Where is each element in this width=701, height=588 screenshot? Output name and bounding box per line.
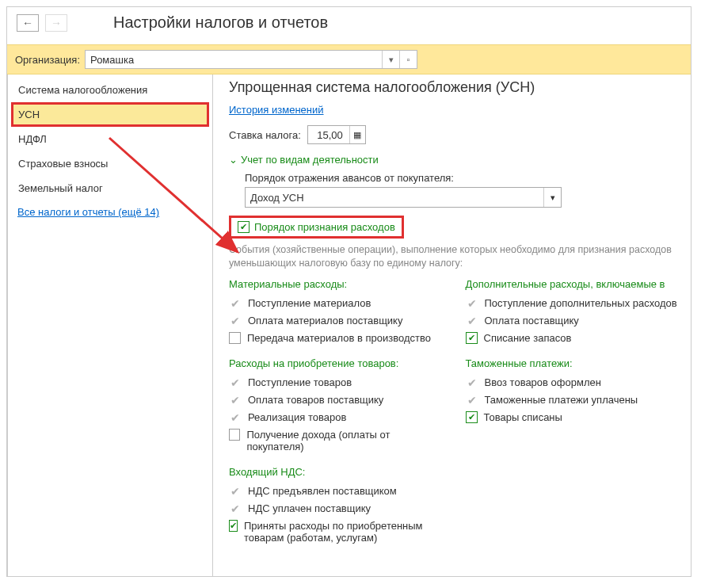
- sidebar-item-ndfl[interactable]: НДФЛ: [11, 127, 209, 151]
- history-link[interactable]: История изменений: [229, 104, 324, 116]
- writeoff-checkbox[interactable]: [466, 332, 478, 344]
- chevron-down-icon: ⌄: [229, 154, 238, 166]
- back-button[interactable]: ←: [17, 14, 39, 32]
- group-goods-title: Расходы на приобретение товаров:: [229, 357, 442, 369]
- main-content: Упрощенная система налогообложения (УСН)…: [213, 74, 691, 577]
- advance-label: Порядок отражения авансов от покупателя:: [245, 172, 678, 184]
- advance-combo[interactable]: Доход УСН ▾: [245, 187, 562, 208]
- group-customs-title: Таможенные платежи:: [466, 357, 679, 369]
- check-icon: ✔: [229, 502, 242, 515]
- recognition-highlight: ✔ Порядок признания расходов: [229, 216, 404, 239]
- check-icon: ✔: [229, 376, 242, 389]
- page-title: Настройки налогов и отчетов: [113, 13, 328, 32]
- rate-value: 15,00: [308, 129, 349, 141]
- check-icon: ✔: [466, 315, 478, 327]
- check-icon: ✔: [229, 411, 242, 424]
- group-material-title: Материальные расходы:: [229, 278, 442, 290]
- check-icon: ✔: [229, 394, 242, 407]
- sidebar-all-taxes-link[interactable]: Все налоги и отчеты (ещё 14): [11, 200, 209, 223]
- group-vat-title: Входящий НДС:: [229, 466, 442, 478]
- org-dropdown-icon[interactable]: ▾: [382, 51, 399, 68]
- org-select[interactable]: Ромашка ▾ ▫: [85, 50, 417, 69]
- rate-input[interactable]: 15,00 ▦: [307, 125, 366, 144]
- organization-bar: Организация: Ромашка ▾ ▫: [7, 44, 691, 74]
- combo-dropdown-icon[interactable]: ▾: [543, 188, 561, 207]
- sidebar-item-usn[interactable]: УСН: [11, 102, 209, 127]
- main-title: Упрощенная система налогообложения (УСН): [229, 79, 678, 96]
- group-additional-title: Дополнительные расходы, включаемые в: [466, 278, 679, 290]
- sidebar-item-insurance[interactable]: Страховые взносы: [11, 151, 209, 176]
- check-icon: ✔: [229, 485, 242, 498]
- org-open-icon[interactable]: ▫: [399, 51, 417, 68]
- recognition-label: Порядок признания расходов: [254, 221, 395, 233]
- check-icon: ✔: [229, 297, 242, 310]
- sidebar-item-land-tax[interactable]: Земельный налог: [11, 176, 209, 200]
- advance-value: Доход УСН: [246, 192, 543, 204]
- org-value: Ромашка: [86, 54, 382, 66]
- sidebar-item-tax-system[interactable]: Система налогообложения: [11, 78, 209, 102]
- recognition-checkbox[interactable]: ✔: [238, 221, 250, 233]
- org-label: Организация:: [15, 54, 80, 66]
- check-icon: ✔: [466, 376, 478, 389]
- material-transfer-checkbox[interactable]: [229, 332, 241, 344]
- check-icon: ✔: [229, 315, 242, 327]
- calculator-icon[interactable]: ▦: [349, 126, 365, 143]
- sidebar: Система налогообложения УСН НДФЛ Страхов…: [7, 74, 213, 577]
- check-icon: ✔: [466, 394, 478, 407]
- description-text: События (хозяйственные операции), выполн…: [229, 243, 678, 270]
- rate-label: Ставка налога:: [229, 129, 301, 141]
- vat-accepted-checkbox[interactable]: [229, 520, 238, 532]
- activity-section-toggle[interactable]: ⌄ Учет по видам деятельности: [229, 154, 678, 166]
- check-icon: ✔: [466, 297, 478, 310]
- income-receipt-checkbox[interactable]: [229, 429, 240, 441]
- goods-written-off-checkbox[interactable]: [466, 411, 478, 423]
- forward-button: →: [45, 14, 67, 32]
